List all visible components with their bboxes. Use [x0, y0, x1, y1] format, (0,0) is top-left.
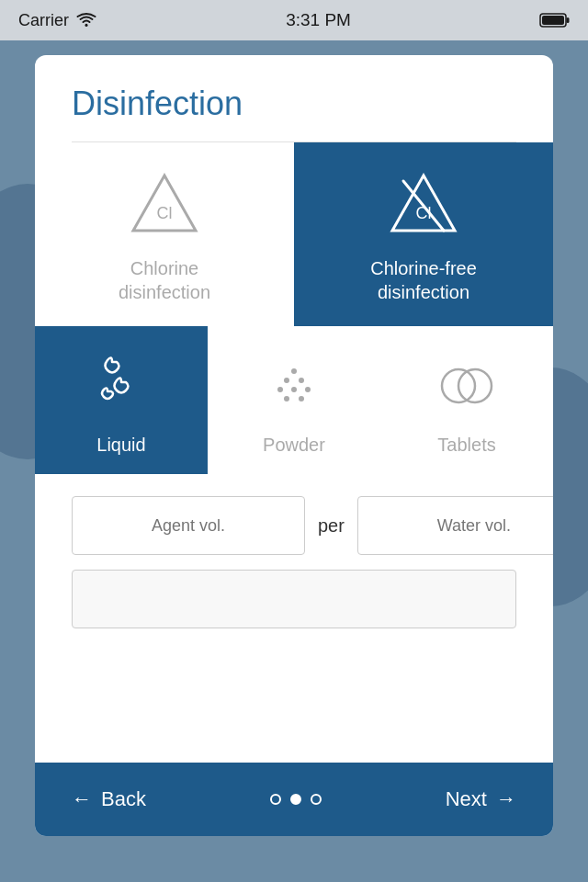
svg-point-15: [284, 396, 289, 401]
battery-icon: [540, 12, 570, 28]
svg-point-0: [85, 24, 88, 27]
liquid-icon: [94, 353, 149, 417]
svg-point-13: [291, 387, 297, 392]
spacer: [35, 636, 553, 763]
status-bar-right: [540, 12, 570, 28]
next-button[interactable]: Next →: [446, 787, 516, 811]
dot-3: [311, 794, 322, 805]
svg-point-11: [299, 378, 304, 383]
svg-point-12: [277, 387, 283, 392]
bottom-bar: ← Back Next →: [35, 763, 553, 836]
svg-text:Cl: Cl: [157, 204, 173, 222]
liquid-option[interactable]: Liquid: [35, 326, 208, 474]
main-card: Disinfection Cl Chlorinedisinfection Cl: [35, 55, 553, 836]
liquid-label: Liquid: [96, 435, 145, 456]
back-arrow-icon: ←: [72, 787, 92, 811]
status-bar-left: Carrier: [18, 11, 96, 30]
next-label: Next: [446, 787, 487, 811]
powder-option[interactable]: Powder: [208, 326, 380, 474]
page-dots: [270, 794, 322, 805]
per-label: per: [305, 515, 357, 537]
dot-2: [290, 794, 301, 805]
chlorine-free-icon-area: Cl: [387, 168, 460, 242]
powder-icon-area: [266, 348, 322, 422]
powder-icon: [266, 353, 322, 417]
tablets-icon-area: [435, 348, 499, 422]
tablets-option[interactable]: Tablets: [380, 326, 553, 474]
chlorine-option[interactable]: Cl Chlorinedisinfection: [35, 142, 294, 326]
card-header: Disinfection: [35, 55, 553, 142]
carrier-label: Carrier: [18, 11, 69, 30]
svg-marker-6: [392, 175, 455, 231]
svg-point-14: [305, 387, 311, 392]
status-bar-time: 3:31 PM: [286, 10, 351, 30]
svg-marker-4: [133, 175, 196, 231]
svg-line-8: [403, 181, 444, 231]
svg-rect-3: [542, 16, 564, 25]
disinfection-type-row: Cl Chlorinedisinfection Cl Chlorine-free…: [35, 142, 553, 326]
svg-point-16: [299, 396, 304, 401]
tablets-label: Tablets: [437, 435, 495, 456]
svg-point-9: [291, 368, 297, 374]
next-arrow-icon: →: [496, 787, 516, 811]
chlorine-icon: Cl: [128, 168, 201, 242]
chlorine-label: Chlorinedisinfection: [119, 256, 210, 304]
chlorine-icon-area: Cl: [128, 168, 201, 242]
back-button[interactable]: ← Back: [72, 787, 146, 811]
status-bar: Carrier 3:31 PM: [0, 0, 588, 40]
extra-input[interactable]: [72, 570, 516, 628]
format-row: Liquid Powder: [35, 326, 553, 474]
chlorine-free-label: Chlorine-freedisinfection: [370, 256, 477, 304]
dot-1: [270, 794, 281, 805]
chlorine-free-icon: Cl: [387, 168, 460, 242]
wifi-icon: [76, 13, 96, 28]
liquid-icon-area: [94, 348, 149, 422]
water-vol-input[interactable]: [357, 496, 553, 555]
powder-label: Powder: [263, 435, 325, 456]
tablets-icon: [435, 353, 499, 417]
extra-input-row: [35, 570, 553, 628]
agent-vol-input[interactable]: [72, 496, 305, 555]
svg-point-10: [284, 378, 289, 383]
input-row: per: [35, 496, 553, 555]
chlorine-free-option[interactable]: Cl Chlorine-freedisinfection: [294, 142, 553, 326]
svg-rect-2: [567, 17, 570, 23]
page-title: Disinfection: [72, 85, 516, 123]
back-label: Back: [101, 787, 146, 811]
